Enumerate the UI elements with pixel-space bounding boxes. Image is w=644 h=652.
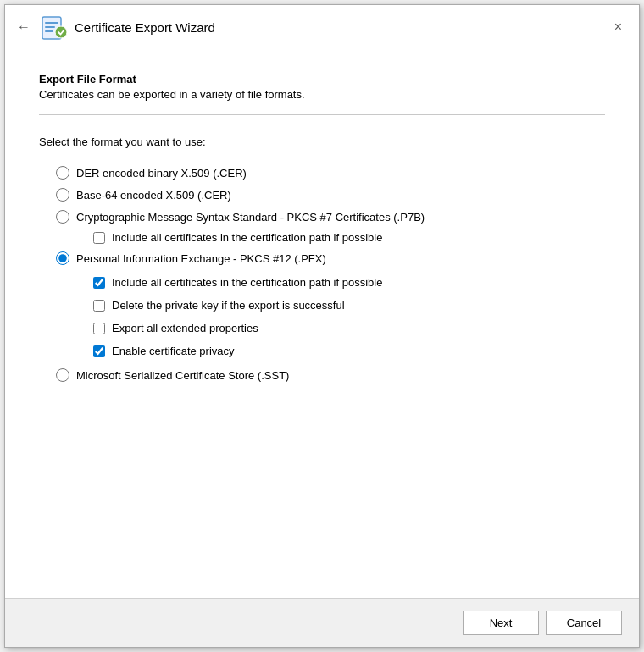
next-button[interactable]: Next xyxy=(463,611,539,635)
cms-include-all-option[interactable]: Include all certificates in the certific… xyxy=(93,231,605,244)
format-der-radio[interactable] xyxy=(56,166,69,180)
format-pfx-radio[interactable] xyxy=(56,251,69,265)
format-b64-radio[interactable] xyxy=(56,188,69,202)
pfx-export-ext-checkbox[interactable] xyxy=(93,323,105,334)
pfx-export-ext-label: Export all extended properties xyxy=(112,322,258,334)
pfx-privacy-option[interactable]: Enable certificate privacy xyxy=(93,341,605,361)
pfx-include-all-label: Include all certificates in the certific… xyxy=(112,276,382,289)
title-bar: ← Certificate Export Wizard × xyxy=(5,5,639,49)
section-header: Export File Format Certificates can be e… xyxy=(39,73,605,101)
section-description: Certificates can be exported in a variet… xyxy=(39,88,605,101)
format-der-option[interactable]: DER encoded binary X.509 (.CER) xyxy=(39,162,605,184)
content-area: Export File Format Certificates can be e… xyxy=(5,49,639,598)
pfx-include-all-checkbox[interactable] xyxy=(93,277,105,289)
title-bar-left: ← Certificate Export Wizard xyxy=(14,14,609,41)
svg-rect-2 xyxy=(45,26,55,28)
pfx-delete-key-checkbox[interactable] xyxy=(93,300,105,312)
pfx-privacy-checkbox[interactable] xyxy=(93,345,105,357)
format-select-label: Select the format you want to use: xyxy=(39,135,605,148)
cms-include-all-checkbox[interactable] xyxy=(93,232,105,244)
format-b64-label: Base-64 encoded X.509 (.CER) xyxy=(76,189,231,202)
format-pfx-label: Personal Information Exchange - PKCS #12… xyxy=(76,252,326,265)
format-pfx-option[interactable]: Personal Information Exchange - PKCS #12… xyxy=(39,247,605,269)
footer: Next Cancel xyxy=(5,598,639,647)
format-der-label: DER encoded binary X.509 (.CER) xyxy=(76,167,247,180)
format-sst-label: Microsoft Serialized Certificate Store (… xyxy=(76,369,289,382)
pfx-delete-key-label: Delete the private key if the export is … xyxy=(112,299,345,312)
close-button[interactable]: × xyxy=(609,19,627,36)
format-cms-label: Cryptographic Message Syntax Standard - … xyxy=(76,211,425,224)
format-sst-option[interactable]: Microsoft Serialized Certificate Store (… xyxy=(39,364,605,386)
format-b64-option[interactable]: Base-64 encoded X.509 (.CER) xyxy=(39,184,605,206)
cms-include-all-label: Include all certificates in the certific… xyxy=(112,231,382,244)
dialog-title: Certificate Export Wizard xyxy=(75,20,215,35)
format-cms-radio[interactable] xyxy=(56,210,69,224)
wizard-icon xyxy=(41,14,68,41)
pfx-export-ext-option[interactable]: Export all extended properties xyxy=(93,318,605,338)
cms-sub-option-container: Include all certificates in the certific… xyxy=(93,228,605,247)
format-sst-radio[interactable] xyxy=(56,368,69,382)
svg-rect-3 xyxy=(45,30,53,32)
format-options-container: DER encoded binary X.509 (.CER) Base-64 … xyxy=(39,162,605,386)
pfx-privacy-label: Enable certificate privacy xyxy=(112,345,235,357)
svg-point-4 xyxy=(55,26,67,38)
pfx-delete-key-option[interactable]: Delete the private key if the export is … xyxy=(93,296,605,315)
section-title: Export File Format xyxy=(39,73,605,86)
back-button[interactable]: ← xyxy=(14,18,34,36)
pfx-sub-options-container: Include all certificates in the certific… xyxy=(93,273,605,361)
certificate-export-wizard-dialog: ← Certificate Export Wizard × Export Fil… xyxy=(4,4,640,648)
svg-rect-1 xyxy=(45,22,58,24)
format-cms-option[interactable]: Cryptographic Message Syntax Standard - … xyxy=(39,206,605,228)
cancel-button[interactable]: Cancel xyxy=(546,611,622,635)
divider xyxy=(39,114,605,115)
pfx-include-all-option[interactable]: Include all certificates in the certific… xyxy=(93,273,605,292)
